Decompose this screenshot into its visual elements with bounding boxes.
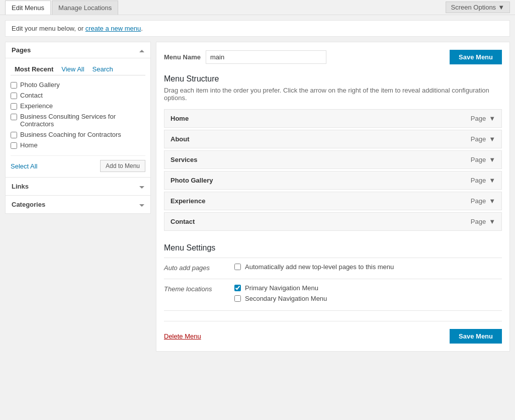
links-panel: Links (6, 177, 150, 195)
info-text-end: . (141, 25, 143, 32)
menu-item-experience-type: Page (471, 197, 486, 205)
auto-add-content: Automatically add new top-level pages to… (234, 263, 502, 274)
info-bar: Edit your menu below, or create a new me… (5, 20, 510, 37)
categories-panel-title: Categories (12, 201, 45, 208)
tab-most-recent[interactable]: Most Recent (11, 63, 57, 75)
theme-locations-content: Primary Navigation Menu Secondary Naviga… (234, 284, 502, 305)
list-item: Business Consulting Services for Contrac… (11, 111, 145, 129)
add-to-menu-button[interactable]: Add to Menu (100, 160, 145, 172)
menu-item-contact-right: Page ▼ (471, 218, 495, 225)
delete-menu-link[interactable]: Delete Menu (164, 332, 201, 340)
list-item: Contact (11, 90, 145, 101)
menu-name-row: Menu Name Save Menu (164, 50, 502, 64)
page-checkbox-home[interactable] (11, 142, 17, 149)
screen-options-button[interactable]: Screen Options ▼ (446, 2, 510, 13)
pages-panel-toggle-icon (139, 46, 144, 54)
secondary-nav-text: Secondary Navigation Menu (245, 295, 327, 302)
menu-item-home-type: Page (471, 115, 486, 122)
page-label-home: Home (20, 141, 38, 149)
auto-add-option-text: Automatically add new top-level pages to… (245, 263, 394, 271)
page-checkbox-bcs[interactable] (11, 114, 17, 120)
page-label-bcs: Business Consulting Services for Contrac… (20, 113, 145, 128)
left-panel: Pages Most Recent View All Search Photo … (5, 42, 151, 352)
menu-item-about-label: About (170, 135, 190, 143)
auto-add-label: Auto add pages (164, 263, 234, 272)
chevron-down-icon: ▼ (489, 197, 495, 205)
menu-item-services-right: Page ▼ (471, 156, 495, 163)
links-panel-header[interactable]: Links (6, 178, 150, 195)
menu-item-about[interactable]: About Page ▼ (164, 130, 502, 148)
menu-name-input[interactable] (206, 50, 326, 64)
pages-checkbox-list: Photo Gallery Contact Experience Busines… (11, 79, 145, 150)
menu-item-contact[interactable]: Contact Page ▼ (164, 212, 502, 231)
categories-panel: Categories (6, 195, 150, 213)
menu-item-experience[interactable]: Experience Page ▼ (164, 192, 502, 210)
settings-row-theme: Theme locations Primary Navigation Menu … (164, 279, 502, 311)
top-bar: Edit Menus Manage Locations Screen Optio… (0, 0, 515, 15)
pages-panel-title: Pages (12, 46, 31, 54)
page-label-experience: Experience (20, 102, 53, 110)
secondary-nav-label[interactable]: Secondary Navigation Menu (234, 295, 502, 302)
chevron-down-icon: ▼ (489, 177, 495, 184)
list-item: Experience (11, 101, 145, 111)
menu-item-services-type: Page (471, 156, 486, 163)
select-all-link[interactable]: Select All (11, 162, 37, 170)
menu-name-left: Menu Name (164, 50, 326, 64)
categories-panel-header[interactable]: Categories (6, 196, 150, 213)
page-checkbox-photo-gallery[interactable] (11, 82, 17, 89)
menu-item-photo-gallery[interactable]: Photo Gallery Page ▼ (164, 171, 502, 190)
screen-options-label: Screen Options (451, 4, 496, 11)
primary-nav-checkbox[interactable] (234, 285, 241, 291)
pages-panel: Pages Most Recent View All Search Photo … (5, 42, 151, 214)
menu-items-list: Home Page ▼ About Page ▼ Services Page ▼ (164, 109, 502, 231)
categories-toggle-icon (139, 201, 144, 208)
list-item: Business Coaching for Contractors (11, 129, 145, 140)
menu-item-services[interactable]: Services Page ▼ (164, 150, 502, 169)
menu-item-about-type: Page (471, 135, 486, 143)
menu-settings-title: Menu Settings (164, 243, 502, 253)
menu-item-photo-gallery-type: Page (471, 177, 486, 184)
pages-tabs-nav: Most Recent View All Search (11, 63, 145, 75)
tab-view-all[interactable]: View All (57, 63, 88, 75)
links-toggle-icon (139, 183, 144, 190)
pages-panel-body: Most Recent View All Search Photo Galler… (6, 58, 150, 177)
menu-settings: Menu Settings Auto add pages Automatical… (164, 243, 502, 311)
menu-item-photo-gallery-label: Photo Gallery (170, 177, 213, 184)
list-item: Photo Gallery (11, 79, 145, 90)
page-label-bcf: Business Coaching for Contractors (20, 131, 121, 138)
secondary-nav-checkbox[interactable] (234, 295, 241, 302)
chevron-down-icon: ▼ (489, 156, 495, 163)
chevron-down-icon: ▼ (489, 135, 495, 143)
save-menu-button-bottom[interactable]: Save Menu (450, 329, 502, 344)
auto-add-checkbox[interactable] (234, 264, 241, 270)
chevron-down-icon: ▼ (489, 218, 495, 225)
menu-item-experience-label: Experience (170, 197, 205, 205)
chevron-down-icon: ▼ (489, 115, 495, 122)
menu-item-services-label: Services (170, 156, 198, 163)
page-label-contact: Contact (20, 92, 43, 99)
menu-name-label: Menu Name (164, 53, 201, 61)
links-panel-title: Links (12, 183, 29, 190)
page-label-photo-gallery: Photo Gallery (20, 81, 60, 89)
page-checkbox-contact[interactable] (11, 93, 17, 99)
main-content: Pages Most Recent View All Search Photo … (0, 42, 515, 357)
create-new-menu-link[interactable]: create a new menu (85, 25, 141, 32)
primary-nav-label[interactable]: Primary Navigation Menu (234, 284, 502, 292)
tab-edit-menus[interactable]: Edit Menus (5, 1, 51, 15)
pages-panel-footer: Select All Add to Menu (11, 155, 145, 172)
save-menu-button-top[interactable]: Save Menu (450, 50, 502, 64)
pages-panel-header[interactable]: Pages (6, 42, 150, 58)
menu-item-home-right: Page ▼ (471, 115, 495, 122)
page-checkbox-experience[interactable] (11, 103, 17, 110)
menu-item-home[interactable]: Home Page ▼ (164, 109, 502, 128)
menu-structure-title: Menu Structure (164, 74, 502, 83)
settings-table: Auto add pages Automatically add new top… (164, 258, 502, 311)
primary-nav-text: Primary Navigation Menu (245, 284, 318, 292)
right-panel: Menu Name Save Menu Menu Structure Drag … (156, 42, 510, 352)
page-checkbox-bcf[interactable] (11, 132, 17, 138)
tab-manage-locations[interactable]: Manage Locations (52, 1, 118, 15)
chevron-down-icon: ▼ (498, 4, 504, 11)
auto-add-option-label[interactable]: Automatically add new top-level pages to… (234, 263, 502, 271)
tab-search[interactable]: Search (89, 63, 117, 75)
menu-item-experience-right: Page ▼ (471, 197, 495, 205)
